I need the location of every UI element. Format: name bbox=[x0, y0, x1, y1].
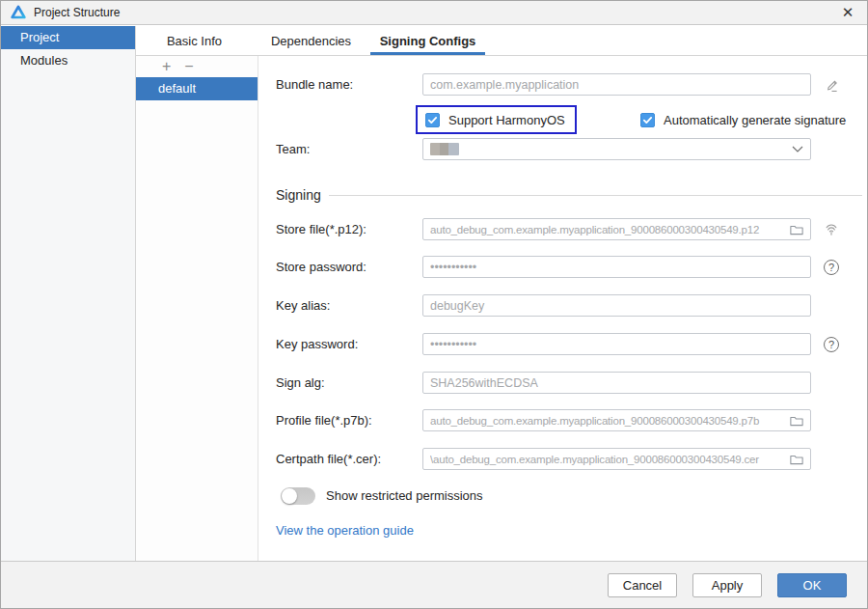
sidebar-item-modules[interactable]: Modules bbox=[1, 49, 135, 72]
project-structure-dialog: Project Structure ✕ Project Modules Basi… bbox=[0, 0, 868, 609]
bundle-name-row: Bundle name: com.example.myapplication bbox=[258, 73, 867, 97]
key-password-value: ••••••••••• bbox=[430, 338, 803, 351]
key-alias-value: debugKey bbox=[430, 299, 803, 313]
main-lower: + − default Bundle name: com.example.mya… bbox=[136, 56, 867, 561]
bundle-name-field[interactable]: com.example.myapplication bbox=[422, 73, 811, 96]
store-file-row: Store file(*.p12): auto_debug_com.exampl… bbox=[258, 218, 867, 241]
show-restricted-row: Show restricted permissions bbox=[258, 484, 867, 509]
section-divider bbox=[329, 195, 862, 196]
key-password-field[interactable]: ••••••••••• bbox=[422, 333, 811, 355]
profile-file-field[interactable]: auto_debug_com.example.myapplication_900… bbox=[422, 409, 811, 431]
folder-icon[interactable] bbox=[790, 224, 803, 235]
support-harmonyos-group[interactable]: Support HarmonyOS bbox=[416, 105, 577, 134]
dialog-body: Project Modules Basic Info Dependencies … bbox=[1, 26, 867, 561]
certpath-file-value: \auto_debug_com.example.myapplication_90… bbox=[430, 454, 787, 465]
tab-bar: Basic Info Dependencies Signing Configs bbox=[136, 26, 867, 56]
title-bar: Project Structure ✕ bbox=[1, 1, 867, 25]
profile-file-row: Profile file(*.p7b): auto_debug_com.exam… bbox=[258, 409, 867, 432]
sign-alg-row: Sign alg: SHA256withECDSA bbox=[258, 372, 867, 395]
team-select[interactable] bbox=[422, 138, 811, 160]
bundle-name-value: com.example.myapplication bbox=[430, 78, 803, 92]
sidebar-item-project[interactable]: Project bbox=[1, 26, 135, 49]
config-list-toolbar: + − bbox=[136, 56, 258, 77]
bundle-name-label: Bundle name: bbox=[276, 73, 353, 97]
key-alias-field[interactable]: debugKey bbox=[422, 294, 811, 317]
ok-button[interactable]: OK bbox=[777, 573, 847, 597]
store-password-label: Store password: bbox=[276, 256, 366, 279]
support-harmonyos-label: Support HarmonyOS bbox=[448, 113, 565, 127]
tab-basic-info[interactable]: Basic Info bbox=[136, 26, 253, 55]
store-password-value: ••••••••••• bbox=[430, 261, 803, 274]
store-file-value: auto_debug_com.example.myapplication_900… bbox=[430, 224, 787, 235]
store-file-field[interactable]: auto_debug_com.example.myapplication_900… bbox=[422, 218, 811, 240]
key-alias-label: Key alias: bbox=[276, 294, 330, 318]
certpath-file-label: Certpath file(*.cer): bbox=[276, 448, 381, 471]
store-password-field[interactable]: ••••••••••• bbox=[422, 256, 811, 278]
store-file-label: Store file(*.p12): bbox=[276, 218, 366, 241]
add-config-button[interactable]: + bbox=[162, 59, 171, 74]
sign-alg-field[interactable]: SHA256withECDSA bbox=[422, 372, 811, 394]
left-nav: Project Modules bbox=[1, 26, 136, 561]
auto-signature-label: Automatically generate signature bbox=[664, 113, 846, 127]
auto-signature-group[interactable]: Automatically generate signature bbox=[640, 105, 846, 134]
show-restricted-toggle[interactable] bbox=[281, 487, 315, 505]
dialog-title: Project Structure bbox=[34, 6, 120, 19]
folder-icon[interactable] bbox=[790, 454, 803, 465]
toggle-knob bbox=[282, 488, 297, 504]
signing-config-list: + − default bbox=[136, 56, 258, 561]
team-row: Team: bbox=[258, 138, 867, 161]
folder-icon[interactable] bbox=[790, 415, 803, 427]
fingerprint-icon[interactable] bbox=[822, 220, 841, 239]
guide-link-row: View the operation guide bbox=[276, 521, 414, 539]
sign-alg-label: Sign alg: bbox=[276, 372, 325, 395]
sign-alg-value: SHA256withECDSA bbox=[430, 376, 803, 390]
signing-section-header: Signing bbox=[258, 185, 867, 205]
tab-dependencies[interactable]: Dependencies bbox=[253, 26, 369, 55]
checkbox-row: Support HarmonyOS Automatically generate… bbox=[258, 105, 867, 136]
remove-config-button[interactable]: − bbox=[184, 59, 193, 74]
signing-section-title: Signing bbox=[276, 185, 321, 205]
help-icon[interactable]: ? bbox=[822, 258, 841, 277]
tab-signing-configs[interactable]: Signing Configs bbox=[369, 26, 486, 55]
auto-signature-checkbox[interactable] bbox=[640, 113, 655, 127]
profile-file-value: auto_debug_com.example.myapplication_900… bbox=[430, 415, 787, 427]
team-label: Team: bbox=[276, 138, 310, 161]
close-icon[interactable]: ✕ bbox=[838, 3, 857, 22]
support-harmonyos-checkbox[interactable] bbox=[425, 113, 440, 127]
footer-bar: Cancel Apply OK bbox=[1, 561, 867, 608]
chevron-down-icon[interactable] bbox=[792, 146, 803, 152]
main-pane: Basic Info Dependencies Signing Configs … bbox=[136, 26, 867, 561]
certpath-file-row: Certpath file(*.cer): \auto_debug_com.ex… bbox=[258, 448, 867, 471]
key-alias-row: Key alias: debugKey bbox=[258, 294, 867, 318]
profile-file-label: Profile file(*.p7b): bbox=[276, 409, 372, 432]
apply-button[interactable]: Apply bbox=[692, 573, 762, 597]
signing-config-form: Bundle name: com.example.myapplication bbox=[258, 56, 867, 561]
help-icon[interactable]: ? bbox=[822, 335, 841, 354]
key-password-label: Key password: bbox=[276, 333, 358, 356]
certpath-file-field[interactable]: \auto_debug_com.example.myapplication_90… bbox=[422, 448, 811, 470]
operation-guide-link[interactable]: View the operation guide bbox=[276, 523, 414, 538]
config-item-default[interactable]: default bbox=[136, 77, 258, 100]
deveco-studio-logo-icon bbox=[11, 5, 26, 20]
store-password-row: Store password: ••••••••••• ? bbox=[258, 256, 867, 279]
cancel-button[interactable]: Cancel bbox=[608, 573, 677, 597]
edit-icon[interactable] bbox=[822, 75, 841, 95]
team-redacted-value bbox=[430, 143, 459, 155]
key-password-row: Key password: ••••••••••• ? bbox=[258, 333, 867, 356]
show-restricted-label: Show restricted permissions bbox=[326, 484, 483, 509]
